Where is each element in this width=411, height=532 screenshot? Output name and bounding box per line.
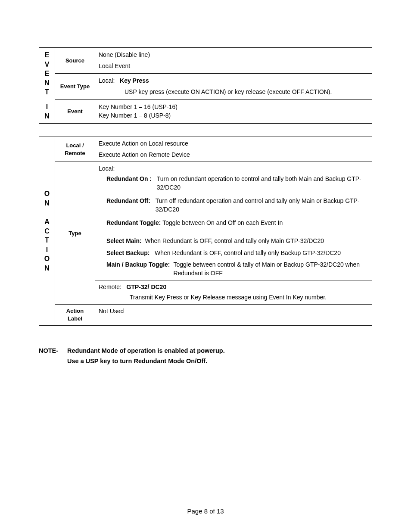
note-block: NOTE- Redundant Mode of operation is ena… [39,345,372,367]
source-label: Source [55,48,95,74]
event-line-2: Key Number 1 – 8 (USP-8) [99,112,368,120]
type-remote-prefix: Remote: [99,283,121,290]
type-item-1-text: Turn off redundant operation and control… [156,197,368,214]
note-label: NOTE- [39,345,67,356]
source-content: None (Disable line) Local Event [95,48,372,74]
type-item-4-bold: Select Backup: [106,249,149,256]
type-item-0-text: Turn on redundant operation to control a… [157,175,368,192]
source-line-1: None (Disable line) [99,51,368,59]
event-content: Key Number 1 – 16 (USP-16) Key Number 1 … [95,100,372,124]
type-label: Type [55,162,95,305]
type-item-3-text: When Redundant is OFF, control and tally… [145,237,324,244]
type-local-heading: Local: [99,165,368,173]
type-remote-desc: Transmit Key Press or Key Release messag… [99,293,368,302]
local-remote-label: Local / Remote [55,137,95,162]
type-local-content: Local: Redundant On : Turn on redundant … [95,162,372,280]
note-line-2: Use a USP key to turn Redundant Mode On/… [67,356,207,367]
event-type-local-bold: Key Press [120,77,149,84]
type-remote-bold: GTP-32/ DC20 [127,283,167,290]
type-item-3-bold: Select Main: [106,237,142,244]
type-item-0-bold: Redundant On : [106,175,152,182]
type-item-5-text: Toggle between control & tally of Main o… [173,261,368,277]
on-action-side: ON ACTION [39,137,55,325]
lr-line-2: Execute Action on Remote Device [99,151,368,159]
page-footer: Page 8 of 13 [0,507,411,515]
on-action-table: ON ACTION Local / Remote Execute Action … [39,137,372,325]
event-in-table: EVENT Source None (Disable line) Local E… [39,47,372,124]
type-item-4-text: When Redundant is OFF, control and tally… [155,249,341,256]
event-type-local-prefix: Local: [99,77,115,84]
type-item-5-bold: Main / Backup Toggle: [106,261,170,268]
event-type-desc: USP key press (execute ON ACTION) or key… [99,88,368,96]
local-remote-content: Execute Action on Local resource Execute… [95,137,372,162]
source-line-2: Local Event [99,62,368,71]
action-label-label: Action Label [55,305,95,325]
event-line-1: Key Number 1 – 16 (USP-16) [99,103,368,112]
action-label-content: Not Used [95,305,372,325]
event-in-side-a: EVENT [39,48,55,100]
event-type-content: Local: Key Press USP key press (execute … [95,74,372,100]
event-type-label: Event Type [55,74,95,100]
event-label: Event [55,100,95,124]
type-remote-content: Remote: GTP-32/ DC20 Transmit Key Press … [95,280,372,305]
note-line-1: Redundant Mode of operation is enabled a… [67,345,225,356]
lr-line-1: Execute Action on Local resource [99,140,368,148]
type-item-2-bold: Redundant Toggle: [106,219,161,226]
event-in-side-b: IN [39,100,55,124]
type-item-1-bold: Redundant Off: [106,197,150,204]
type-item-2-text: Toggle between On and Off on each Event … [162,219,283,226]
